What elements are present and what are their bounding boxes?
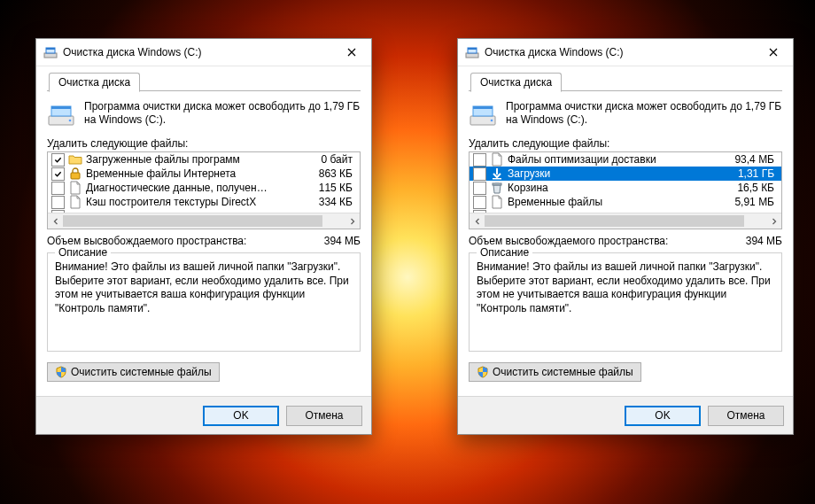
cleanup-system-files-label: Очистить системные файлы	[71, 366, 212, 378]
chevron-right-icon	[349, 218, 356, 225]
file-item-checkbox[interactable]	[473, 153, 486, 167]
file-list-item[interactable]: Временные файлы Интернета863 КБ	[48, 167, 360, 181]
file-item-name: Загрузки	[508, 167, 718, 180]
ok-button[interactable]: OK	[203, 406, 279, 426]
files-to-delete-label: Удалить следующие файлы:	[469, 137, 782, 150]
intro-text: Программа очистки диска может освободить…	[506, 100, 782, 128]
file-item-name: Кэш построителя текстуры DirectX	[86, 196, 296, 208]
intro-row: Программа очистки диска может освободить…	[469, 100, 782, 128]
titlebar[interactable]: Очистка диска Windows (C:)	[458, 39, 793, 66]
file-list-item[interactable]: Кэш построителя текстуры DirectX334 КБ	[48, 195, 360, 209]
file-item-name: Диагностические данные, получен…	[86, 182, 296, 194]
file-icon	[490, 195, 504, 209]
files-to-delete-label: Удалить следующие файлы:	[47, 137, 361, 150]
total-space-line: Объем высвобождаемого пространства: 394 …	[47, 235, 361, 247]
description-legend: Описание	[477, 246, 532, 259]
description-text: Внимание! Это файлы из вашей личной папк…	[55, 260, 353, 342]
drive-icon	[469, 100, 497, 128]
file-item-checkbox[interactable]	[51, 167, 65, 181]
description-legend: Описание	[55, 246, 111, 259]
file-list-item[interactable]: Загрузки1,31 ГБ	[470, 167, 781, 181]
file-icon	[490, 152, 504, 167]
scroll-track[interactable]	[63, 213, 345, 229]
folder-icon	[68, 152, 82, 167]
window-title: Очистка диска Windows (C:)	[63, 46, 331, 58]
disk-cleanup-dialog: Очистка диска Windows (C:) Очистка диска…	[457, 38, 794, 435]
svg-point-12	[491, 120, 493, 122]
description-groupbox: Описание Внимание! Это файлы из вашей ли…	[47, 252, 361, 352]
files-list-rows: Файлы оптимизации доставки93,4 МБЗагрузк…	[470, 152, 781, 213]
file-item-checkbox[interactable]	[473, 167, 486, 181]
file-item-checkbox[interactable]	[473, 196, 486, 209]
dialog-footer: OK Отмена	[36, 396, 371, 434]
svg-rect-15	[493, 178, 501, 180]
total-space-value: 394 МБ	[324, 235, 361, 247]
file-list-item[interactable]: Файлы оптимизации доставки93,4 МБ	[470, 152, 781, 167]
file-item-size: 0 байт	[296, 153, 356, 166]
svg-rect-17	[495, 182, 499, 184]
scroll-right-button[interactable]	[345, 213, 360, 229]
close-icon	[347, 48, 356, 57]
close-icon	[769, 48, 778, 57]
tab-disk-cleanup[interactable]: Очистка диска	[470, 73, 562, 92]
chevron-right-icon	[771, 218, 778, 225]
dialog-footer: OK Отмена	[458, 396, 793, 434]
file-item-checkbox[interactable]	[51, 196, 65, 209]
horizontal-scrollbar[interactable]	[48, 213, 360, 229]
tab-strip: Очистка диска	[469, 72, 782, 91]
drive-icon	[47, 100, 75, 128]
check-icon	[54, 156, 62, 164]
svg-rect-14	[473, 106, 493, 109]
total-space-line: Объем высвобождаемого пространства: 394 …	[469, 235, 782, 247]
file-item-name: Корзина	[508, 182, 718, 194]
file-item-checkbox[interactable]	[473, 182, 486, 195]
trash-icon	[490, 181, 504, 195]
disk-cleanup-app-icon	[43, 45, 58, 59]
titlebar[interactable]: Очистка диска Windows (C:)	[36, 39, 371, 66]
close-button[interactable]	[331, 39, 371, 66]
files-listbox[interactable]: Файлы оптимизации доставки93,4 МБЗагрузк…	[469, 151, 782, 229]
scroll-left-button[interactable]	[48, 213, 63, 229]
file-item-name: Файлы оптимизации доставки	[508, 153, 718, 166]
file-list-item[interactable]: Загруженные файлы программ0 байт	[48, 152, 360, 167]
file-list-item[interactable]: Диагностические данные, получен…115 КБ	[48, 181, 360, 195]
description-groupbox: Описание Внимание! Это файлы из вашей ли…	[469, 252, 782, 352]
tab-disk-cleanup[interactable]: Очистка диска	[49, 73, 140, 92]
scroll-track[interactable]	[485, 213, 766, 229]
shield-icon	[477, 366, 489, 378]
svg-rect-8	[466, 53, 478, 58]
horizontal-scrollbar[interactable]	[470, 213, 781, 229]
total-space-label: Объем высвобождаемого пространства:	[469, 235, 668, 247]
window-title: Очистка диска Windows (C:)	[485, 46, 753, 58]
file-item-checkbox[interactable]	[51, 153, 65, 167]
file-list-item[interactable]: Корзина16,5 КБ	[470, 181, 781, 195]
disk-cleanup-app-icon	[465, 45, 479, 59]
file-item-size: 863 КБ	[296, 167, 356, 180]
scroll-thumb[interactable]	[63, 215, 322, 227]
close-button[interactable]	[753, 39, 793, 66]
total-space-label: Объем высвобождаемого пространства:	[47, 235, 246, 247]
scroll-left-button[interactable]	[470, 213, 485, 229]
file-item-name: Загруженные файлы программ	[86, 153, 296, 166]
file-item-name: Временные файлы Интернета	[86, 167, 296, 180]
cancel-button[interactable]: Отмена	[286, 406, 362, 426]
file-list-item[interactable]: Временные файлы5,91 МБ	[470, 195, 781, 209]
file-icon	[68, 181, 82, 195]
cancel-button[interactable]: Отмена	[708, 406, 784, 426]
scroll-right-button[interactable]	[766, 213, 781, 229]
files-list-rows: Загруженные файлы программ0 байтВременны…	[48, 152, 360, 213]
description-text: Внимание! Это файлы из вашей личной папк…	[477, 260, 774, 342]
cleanup-system-files-button[interactable]: Очистить системные файлы	[469, 362, 641, 382]
shield-icon	[55, 366, 67, 378]
files-listbox[interactable]: Загруженные файлы программ0 байтВременны…	[47, 151, 361, 229]
file-item-size: 16,5 КБ	[718, 182, 778, 194]
intro-row: Программа очистки диска может освободить…	[47, 100, 361, 128]
svg-rect-0	[44, 53, 57, 58]
file-item-size: 1,31 ГБ	[718, 167, 778, 180]
cleanup-system-files-button[interactable]: Очистить системные файлы	[47, 362, 220, 382]
ok-button[interactable]: OK	[625, 406, 701, 426]
file-item-size: 93,4 МБ	[718, 153, 778, 166]
svg-rect-2	[46, 48, 55, 50]
scroll-thumb[interactable]	[485, 215, 744, 227]
file-item-checkbox[interactable]	[51, 182, 65, 195]
